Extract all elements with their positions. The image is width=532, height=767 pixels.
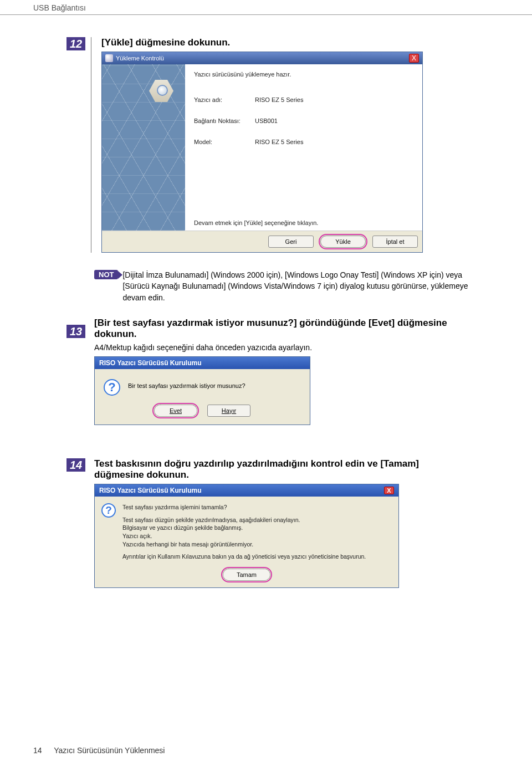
- step-14-title: Test baskısının doğru yazdırılıp yazdırı…: [94, 458, 471, 480]
- step-13-subtext: A4/Mektup kağıdı seçeneğini daha önceden…: [94, 343, 471, 352]
- printer-name-value: RISO EZ 5 Series: [255, 96, 303, 103]
- step-12-title: [Yükle] düğmesine dokunun.: [101, 37, 471, 48]
- note-text: [Dijital İmza Bulunamadı] (Windows 2000 …: [122, 269, 471, 303]
- no-button[interactable]: Hayır: [207, 405, 250, 417]
- question-icon: ?: [104, 379, 120, 396]
- test-result-dialog: RISO Yazıcı Sürücüsü Kurulumu X ? Test s…: [94, 484, 399, 588]
- dialog3-line-6: Ayrıntılar için Kullanım Kılavuzuna bakı…: [122, 553, 366, 561]
- cancel-button[interactable]: İptal et: [372, 236, 418, 248]
- page-footer: 14 Yazıcı Sürücüsünün Yüklenmesi: [33, 746, 165, 755]
- question-icon: ?: [101, 503, 116, 518]
- dialog2-message: Bir test sayfası yazdırmak istiyor musun…: [128, 379, 245, 396]
- step-12: 12 [Yükle] düğmesine dokunun. Yükleme Ko…: [66, 37, 471, 253]
- dialog1-footer-line: Devam etmek için [Yükle] seçeneğine tıkl…: [194, 219, 318, 226]
- install-button[interactable]: Yükle: [320, 236, 366, 248]
- footer-doc-title: Yazıcı Sürücüsünün Yüklenmesi: [54, 746, 165, 755]
- dialog1-title: Yükleme Kontrolü: [116, 55, 164, 62]
- dialog3-line-5: Yazıcıda herhangi bir hata mesajı görünt…: [122, 540, 366, 549]
- port-value: USB001: [255, 117, 278, 124]
- test-page-prompt-dialog: RISO Yazıcı Sürücüsü Kurulumu ? Bir test…: [94, 356, 310, 425]
- page-number: 14: [33, 746, 42, 755]
- yes-button[interactable]: Evet: [154, 405, 197, 417]
- step-number-14: 14: [66, 458, 85, 472]
- step-14: 14 Test baskısının doğru yazdırılıp yazd…: [66, 458, 471, 588]
- dialog2-title: RISO Yazıcı Sürücüsü Kurulumu: [95, 357, 310, 369]
- note-and-step-13: 13 NOT [Dijital İmza Bulunamadı] (Window…: [66, 269, 471, 425]
- section-title: USB Bağlantısı: [33, 3, 86, 12]
- page-section-header: USB Bağlantısı: [0, 0, 532, 15]
- dialog1-titlebar: Yükleme Kontrolü X: [102, 52, 422, 64]
- note-badge: NOT: [94, 270, 118, 279]
- dialog3-title: RISO Yazıcı Sürücüsü Kurulumu: [99, 487, 201, 494]
- no-button-label: Hayır: [222, 407, 236, 414]
- step-number-12: 12: [66, 37, 85, 50]
- dialog3-line-2: Test sayfası düzgün şekilde yazdırılmadı…: [122, 516, 366, 524]
- dialog3-titlebar: RISO Yazıcı Sürücüsü Kurulumu X: [95, 484, 398, 497]
- ok-button[interactable]: Tamam: [223, 569, 270, 581]
- port-label: Bağlantı Noktası:: [194, 117, 255, 124]
- step-13-title: [Bir test sayfası yazdırmak istiyor musu…: [94, 318, 471, 340]
- install-control-dialog: Yükleme Kontrolü X Yazıcı sürücüsünü yük…: [101, 52, 423, 253]
- dialog1-side-graphic: [102, 64, 185, 231]
- back-button[interactable]: Geri: [268, 236, 314, 248]
- dialog3-line-3: Bilgisayar ve yazıcı düzgün şekilde bağl…: [122, 524, 366, 532]
- model-value: RISO EZ 5 Series: [255, 139, 303, 145]
- dialog3-line-4: Yazıcı açık.: [122, 532, 366, 540]
- printer-name-label: Yazıcı adı:: [194, 96, 255, 103]
- dialog3-line-1: Test sayfası yazdırma işlemini tamamla?: [122, 503, 366, 512]
- dialog1-title-icon: [105, 54, 113, 62]
- dialog3-close-button[interactable]: X: [384, 487, 394, 494]
- step-number-13: 13: [66, 325, 85, 338]
- model-label: Model:: [194, 139, 255, 145]
- dialog1-ready-text: Yazıcı sürücüsünü yüklemeye hazır.: [194, 71, 413, 78]
- yes-button-label: Evet: [170, 407, 182, 414]
- dialog1-close-button[interactable]: X: [409, 54, 419, 63]
